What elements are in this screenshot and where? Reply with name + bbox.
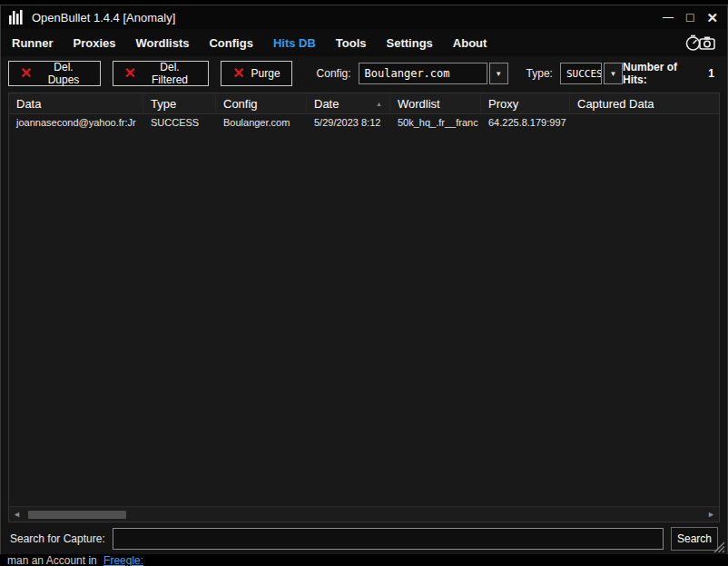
scroll-left-button[interactable]: ◄ — [13, 511, 21, 519]
table-empty-area — [9, 131, 719, 506]
del-filtered-label: Del. Filtered — [143, 61, 197, 86]
window-title: OpenBullet 1.4.4 [Anomaly] — [32, 11, 175, 24]
menu-proxies[interactable]: Proxies — [74, 36, 116, 50]
del-dupes-button[interactable]: ✕ Del. Dupes — [8, 61, 101, 86]
menubar: Runner Proxies Wordlists Configs Hits DB… — [1, 29, 727, 56]
camera-icon[interactable] — [698, 34, 716, 52]
table-row[interactable]: joannasecond@yahoo.fr:Jr SUCCESS Boulang… — [9, 114, 719, 131]
cell-date: 5/29/2023 8:12 — [307, 114, 390, 131]
search-capture-label: Search for Capture: — [10, 532, 105, 545]
chevron-down-icon[interactable]: ▼ — [489, 63, 508, 84]
menu-configs[interactable]: Configs — [209, 36, 252, 50]
cell-wordlist: 50k_hq_.fr__franc — [390, 114, 481, 131]
red-x-icon: ✕ — [232, 66, 244, 81]
window-controls: — □ ✕ — [663, 11, 722, 24]
config-label: Config: — [317, 67, 351, 80]
menu-runner[interactable]: Runner — [12, 36, 54, 50]
type-dropdown[interactable]: SUCCESS ▼ — [560, 63, 623, 84]
menu-tools[interactable]: Tools — [336, 36, 367, 50]
column-header-date[interactable]: Date ▲ — [307, 93, 390, 113]
table-header: Data Type Config Date ▲ Wordlist Proxy C… — [9, 93, 719, 114]
openbullet-window: OpenBullet 1.4.4 [Anomaly] — □ ✕ Runner … — [0, 5, 728, 556]
column-label: Type — [151, 97, 176, 111]
background-text: man an Account in — [7, 554, 97, 566]
type-label: Type: — [526, 67, 553, 80]
column-header-wordlist[interactable]: Wordlist — [390, 93, 481, 113]
sort-ascending-icon: ▲ — [376, 101, 382, 107]
close-button[interactable]: ✕ — [706, 11, 718, 24]
purge-button[interactable]: ✕ Purge — [221, 61, 291, 86]
column-label: Wordlist — [398, 97, 440, 111]
number-of-hits-count: 1 — [708, 67, 714, 80]
column-header-proxy[interactable]: Proxy — [481, 93, 570, 113]
hits-table: Data Type Config Date ▲ Wordlist Proxy C… — [8, 93, 720, 522]
column-header-data[interactable]: Data — [9, 93, 143, 113]
column-label: Captured Data — [577, 97, 654, 111]
number-of-hits-label: Number of Hits: — [623, 61, 699, 86]
search-input[interactable] — [113, 528, 664, 550]
scroll-right-button[interactable]: ► — [707, 511, 715, 519]
search-bar: Search for Capture: Search — [1, 522, 727, 555]
app-icon — [6, 8, 25, 26]
type-dropdown-value: SUCCESS — [560, 63, 602, 84]
column-label: Config — [223, 97, 258, 111]
hits-counter: Number of Hits: 1 — [623, 61, 714, 86]
cell-data: joannasecond@yahoo.fr:Jr — [9, 114, 143, 131]
column-header-type[interactable]: Type — [143, 93, 216, 113]
menu-wordlists[interactable]: Wordlists — [135, 36, 189, 50]
menubar-icons — [684, 34, 716, 52]
search-button[interactable]: Search — [671, 527, 718, 551]
cell-config: Boulanger.com — [216, 114, 307, 131]
background-window-text: man an Account in Freegle: — [0, 554, 728, 566]
titlebar: OpenBullet 1.4.4 [Anomaly] — □ ✕ — [1, 5, 727, 29]
column-label: Proxy — [488, 97, 518, 111]
red-x-icon: ✕ — [124, 66, 136, 81]
del-dupes-label: Del. Dupes — [38, 61, 88, 86]
column-header-config[interactable]: Config — [216, 93, 307, 113]
menu-settings[interactable]: Settings — [387, 36, 433, 50]
resize-grip-icon[interactable] — [713, 541, 725, 553]
menu-about[interactable]: About — [453, 36, 487, 50]
horizontal-scrollbar[interactable]: ◄ ► — [9, 506, 719, 522]
config-dropdown[interactable]: Boulanger.com ▼ — [359, 63, 508, 84]
chevron-down-icon[interactable]: ▼ — [604, 63, 623, 84]
scrollbar-track[interactable] — [25, 511, 703, 519]
config-dropdown-value: Boulanger.com — [359, 63, 487, 84]
cell-type: SUCCESS — [143, 114, 216, 131]
column-label: Data — [16, 97, 41, 111]
dropdown-arrow-glyph: ▼ — [495, 70, 502, 78]
red-x-icon: ✕ — [20, 66, 32, 81]
dropdown-arrow-glyph: ▼ — [609, 70, 616, 78]
menu-hits-db[interactable]: Hits DB — [273, 36, 316, 50]
del-filtered-button[interactable]: ✕ Del. Filtered — [113, 61, 210, 86]
minimize-button[interactable]: — — [663, 12, 674, 23]
column-header-captured[interactable]: Captured Data — [570, 93, 719, 113]
purge-label: Purge — [251, 67, 280, 80]
column-label: Date — [314, 97, 339, 111]
toolbar: ✕ Del. Dupes ✕ Del. Filtered ✕ Purge Con… — [1, 56, 727, 91]
background-link: Freegle: — [103, 554, 143, 566]
scrollbar-thumb[interactable] — [28, 511, 126, 519]
cell-captured — [570, 114, 719, 131]
maximize-button[interactable]: □ — [686, 11, 694, 24]
cell-proxy: 64.225.8.179:997 — [481, 114, 570, 131]
